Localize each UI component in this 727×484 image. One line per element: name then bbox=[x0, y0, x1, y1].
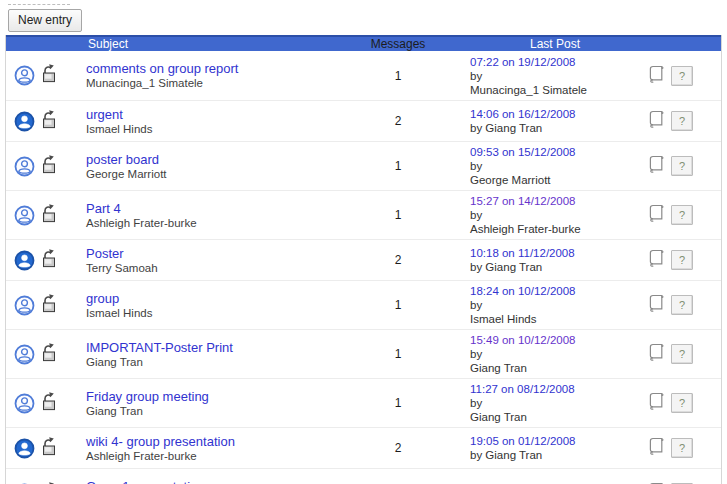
message-count: 1 bbox=[356, 69, 440, 83]
topic-help-button[interactable]: ? bbox=[671, 295, 693, 315]
topic-help-button[interactable]: ? bbox=[671, 250, 693, 270]
last-post-cell: 09:53 on 15/12/2008 by George Marriott bbox=[440, 145, 640, 187]
user-status-icon bbox=[14, 295, 35, 316]
topic-subject-cell: wiki 4- group presentation Ashleigh Frat… bbox=[86, 434, 356, 463]
user-status-icon bbox=[14, 438, 35, 459]
unlocked-icon bbox=[40, 203, 58, 228]
paper-scroll-icon[interactable] bbox=[648, 154, 665, 178]
last-post-by: by Giang Tran bbox=[470, 260, 640, 274]
topic-author: Ismael Hinds bbox=[86, 122, 356, 136]
last-post-cell: 15:27 on 14/12/2008 by Ashleigh Frater-b… bbox=[440, 194, 640, 236]
topic-author: George Marriott bbox=[86, 167, 356, 181]
last-post-cell: 19:05 on 01/12/2008 by Giang Tran bbox=[440, 434, 640, 462]
last-post-author: Ashleigh Frater-burke bbox=[470, 222, 640, 236]
unlocked-icon bbox=[40, 342, 58, 367]
new-entry-button[interactable]: New entry bbox=[8, 9, 82, 32]
user-status-icon bbox=[14, 205, 35, 226]
paper-scroll-icon[interactable] bbox=[648, 109, 665, 133]
paper-scroll-icon[interactable] bbox=[648, 293, 665, 317]
topic-help-button[interactable]: ? bbox=[671, 156, 693, 176]
last-post-by: by bbox=[470, 396, 640, 410]
last-post-time-link[interactable]: 18:24 on 10/12/2008 bbox=[470, 284, 640, 298]
topic-subject-link[interactable]: poster board bbox=[86, 152, 356, 167]
last-post-time-link[interactable]: 11:27 on 08/12/2008 bbox=[470, 382, 640, 396]
last-post-by: by bbox=[470, 208, 640, 222]
last-post-time-link[interactable]: 19:05 on 01/12/2008 bbox=[470, 434, 640, 448]
topic-subject-link[interactable]: group bbox=[86, 291, 356, 306]
message-count: 2 bbox=[356, 441, 440, 455]
topic-list: comments on group report Munacinga_1 Sim… bbox=[6, 51, 721, 484]
topic-actions: ? bbox=[640, 342, 721, 366]
topic-row: Group1 presentation 11:48 on 01/12/2008 … bbox=[6, 468, 721, 484]
paper-scroll-icon[interactable] bbox=[648, 436, 665, 460]
topic-status-icons bbox=[6, 391, 86, 416]
topic-subject-cell: IMPORTANT-Poster Print Giang Tran bbox=[86, 340, 356, 369]
last-post-time-link[interactable]: 09:53 on 15/12/2008 bbox=[470, 145, 640, 159]
last-post-time-link[interactable]: 15:49 on 10/12/2008 bbox=[470, 333, 640, 347]
topic-help-button[interactable]: ? bbox=[671, 438, 693, 458]
last-post-time-link[interactable]: 14:06 on 16/12/2008 bbox=[470, 107, 640, 121]
last-post-cell: 10:18 on 11/12/2008 by Giang Tran bbox=[440, 246, 640, 274]
user-status-icon bbox=[14, 250, 35, 271]
topic-author: Ismael Hinds bbox=[86, 306, 356, 320]
paper-scroll-icon[interactable] bbox=[648, 203, 665, 227]
last-post-time-link[interactable]: 15:27 on 14/12/2008 bbox=[470, 194, 640, 208]
last-post-by: by Giang Tran bbox=[470, 121, 640, 135]
paper-scroll-icon[interactable] bbox=[648, 64, 665, 88]
topic-status-icons bbox=[6, 109, 86, 134]
table-header-row: Subject Messages Last Post bbox=[6, 35, 721, 51]
topic-status-icons bbox=[6, 436, 86, 461]
topic-subject-link[interactable]: Poster bbox=[86, 246, 356, 261]
unlocked-icon bbox=[40, 63, 58, 88]
topic-author: Terry Samoah bbox=[86, 261, 356, 275]
topic-subject-link[interactable]: Group1 presentation bbox=[86, 479, 356, 484]
user-status-icon bbox=[14, 65, 35, 86]
topic-board: Subject Messages Last Post bbox=[5, 35, 722, 484]
topic-help-button[interactable]: ? bbox=[671, 344, 693, 364]
topic-status-icons bbox=[6, 248, 86, 273]
topic-subject-cell: urgent Ismael Hinds bbox=[86, 107, 356, 136]
topic-subject-cell: Part 4 Ashleigh Frater-burke bbox=[86, 201, 356, 230]
topic-status-icons bbox=[6, 154, 86, 179]
last-post-author: Giang Tran bbox=[470, 361, 640, 375]
topic-help-button[interactable]: ? bbox=[671, 66, 693, 86]
last-post-cell: 11:27 on 08/12/2008 by Giang Tran bbox=[440, 382, 640, 424]
unlocked-icon bbox=[40, 391, 58, 416]
last-post-time-link[interactable]: 10:18 on 11/12/2008 bbox=[470, 246, 640, 260]
topic-help-button[interactable]: ? bbox=[671, 111, 693, 131]
last-post-author: Munacinga_1 Simatele bbox=[470, 83, 640, 97]
topic-status-icons bbox=[6, 203, 86, 228]
topic-subject-link[interactable]: Part 4 bbox=[86, 201, 356, 216]
paper-scroll-icon[interactable] bbox=[648, 391, 665, 415]
last-post-by: by bbox=[470, 347, 640, 361]
topic-subject-link[interactable]: IMPORTANT-Poster Print bbox=[86, 340, 356, 355]
topic-status-icons bbox=[6, 293, 86, 318]
topic-actions: ? bbox=[640, 64, 721, 88]
topic-subject-cell: Friday group meeting Giang Tran bbox=[86, 389, 356, 418]
topic-row: comments on group report Munacinga_1 Sim… bbox=[6, 51, 721, 100]
topic-subject-link[interactable]: comments on group report bbox=[86, 61, 356, 76]
topic-row: Friday group meeting Giang Tran 1 11:27 … bbox=[6, 378, 721, 427]
message-count: 1 bbox=[356, 347, 440, 361]
unlocked-icon bbox=[40, 154, 58, 179]
last-post-cell: 15:49 on 10/12/2008 by Giang Tran bbox=[440, 333, 640, 375]
topic-help-button[interactable]: ? bbox=[671, 205, 693, 225]
last-post-cell: 14:06 on 16/12/2008 by Giang Tran bbox=[440, 107, 640, 135]
paper-scroll-icon[interactable] bbox=[648, 342, 665, 366]
topic-subject-link[interactable]: wiki 4- group presentation bbox=[86, 434, 356, 449]
unlocked-icon bbox=[40, 436, 58, 461]
message-count: 1 bbox=[356, 208, 440, 222]
topic-subject-link[interactable]: Friday group meeting bbox=[86, 389, 356, 404]
topic-actions: ? bbox=[640, 154, 721, 178]
user-status-icon bbox=[14, 344, 35, 365]
topic-subject-link[interactable]: urgent bbox=[86, 107, 356, 122]
message-count: 1 bbox=[356, 159, 440, 173]
last-post-author: George Marriott bbox=[470, 173, 640, 187]
topic-help-button[interactable]: ? bbox=[671, 393, 693, 413]
topic-row: group Ismael Hinds 1 18:24 on 10/12/2008… bbox=[6, 280, 721, 329]
header-last-post: Last Post bbox=[440, 37, 640, 51]
paper-scroll-icon[interactable] bbox=[648, 248, 665, 272]
last-post-time-link[interactable]: 07:22 on 19/12/2008 bbox=[470, 55, 640, 69]
topic-row: poster board George Marriott 1 09:53 on … bbox=[6, 141, 721, 190]
topic-author: Ashleigh Frater-burke bbox=[86, 216, 356, 230]
